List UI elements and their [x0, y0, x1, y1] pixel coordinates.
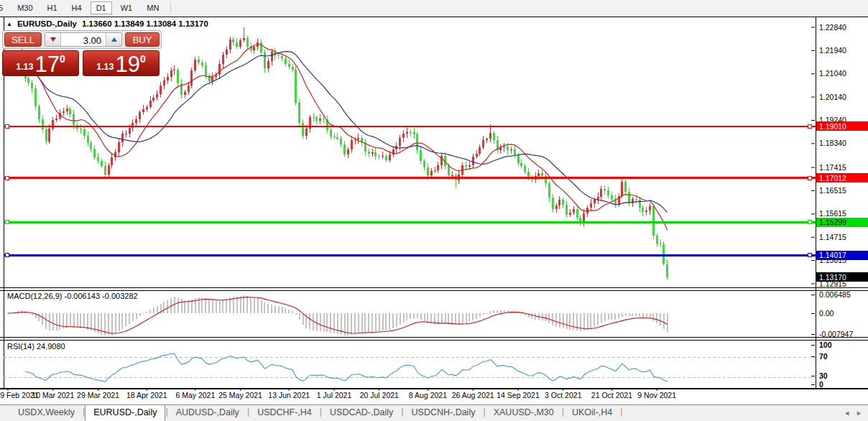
- date-label: 14 Sep 2021: [497, 391, 540, 399]
- hline-handle[interactable]: [808, 124, 811, 128]
- macd-histogram-bar: [635, 313, 637, 316]
- candle-body: [423, 161, 425, 167]
- candle-wick: [337, 133, 338, 140]
- candle-body: [190, 70, 193, 85]
- tab-eurusd-daily[interactable]: EURUSD-,Daily: [85, 405, 165, 421]
- tab-usdcad-daily[interactable]: USDCAD-,Daily: [322, 405, 401, 421]
- candle-body: [125, 134, 127, 134]
- macd-histogram-bar: [153, 307, 154, 313]
- candle-body: [152, 98, 154, 101]
- candle-wick: [435, 167, 435, 173]
- hline-handle[interactable]: [808, 221, 811, 224]
- candle-body: [292, 67, 294, 70]
- hline-handle[interactable]: [5, 221, 9, 224]
- candle-body: [194, 60, 196, 70]
- candle-body: [524, 166, 526, 172]
- candle-body: [465, 165, 467, 167]
- macd-histogram-bar: [149, 310, 151, 313]
- date-label: 10 Mar 2021: [32, 391, 74, 399]
- sell-button[interactable]: SELL: [4, 32, 42, 47]
- chart-tabs-bar: USDX,Weekly|EURUSD-,Daily|AUDUSD-,Daily|…: [0, 404, 868, 421]
- buy-price-panel[interactable]: 1.13 19 0: [83, 50, 160, 76]
- price-tick-label: 1.14715: [819, 233, 846, 241]
- macd-histogram-bar: [59, 313, 60, 330]
- candle-body: [336, 137, 338, 139]
- price-tick-label: 1.17415: [819, 163, 846, 172]
- macd-histogram-bar: [642, 313, 644, 318]
- candle-body: [569, 213, 571, 215]
- date-label: 20 Jul 2021: [360, 391, 399, 399]
- macd-histogram-bar: [406, 313, 407, 320]
- hline-price-tag-label: 1.14017: [819, 251, 846, 259]
- macd-histogram-bar: [87, 313, 88, 330]
- macd-histogram-bar: [174, 297, 175, 313]
- timeframe-button-m30[interactable]: M30: [11, 1, 38, 14]
- candle-body: [87, 136, 89, 144]
- macd-histogram-bar: [56, 313, 57, 330]
- tab-scroll-right-icon[interactable]: ►: [856, 410, 862, 417]
- macd-histogram-bar: [240, 296, 241, 313]
- price-tick-label: 1.15615: [819, 209, 846, 218]
- volume-decrease-button[interactable]: [45, 33, 61, 46]
- date-label: 18 Apr 2021: [126, 391, 167, 399]
- hline-handle[interactable]: [5, 124, 9, 128]
- macd-histogram-bar: [222, 300, 223, 313]
- macd-histogram-bar: [663, 313, 665, 329]
- ask-prefix: 1.13: [96, 62, 114, 72]
- timeframe-button-h4[interactable]: H4: [66, 1, 88, 14]
- candle-body: [142, 109, 144, 112]
- macd-histogram-bar: [142, 313, 144, 314]
- timeframe-button-h1[interactable]: H1: [42, 1, 63, 14]
- macd-histogram-bar: [125, 313, 126, 326]
- macd-histogram-bar: [163, 302, 165, 313]
- hline-handle[interactable]: [5, 176, 9, 180]
- timeframe-button-5[interactable]: 5: [0, 1, 9, 14]
- tab-usdx-weekly[interactable]: USDX,Weekly: [10, 405, 83, 421]
- buy-button[interactable]: BUY: [125, 32, 160, 47]
- volume-input[interactable]: 3.00: [61, 33, 106, 46]
- candle-body: [430, 171, 433, 175]
- candle-wick: [56, 115, 57, 122]
- macd-histogram-bar: [455, 313, 456, 325]
- timeframe-button-w1[interactable]: W1: [115, 1, 139, 14]
- hline-handle[interactable]: [808, 254, 811, 257]
- bid-point: 0: [60, 53, 65, 65]
- hline-handle[interactable]: [808, 176, 811, 180]
- candle-body: [66, 108, 68, 111]
- timeframe-button-d1[interactable]: D1: [91, 1, 112, 14]
- volume-increase-button[interactable]: [106, 33, 121, 46]
- tab-usdchf-h4[interactable]: USDCHF-,H4: [249, 405, 320, 421]
- tab-scroll-left-icon[interactable]: ◄: [844, 410, 850, 417]
- date-label: 13 Jun 2021: [268, 391, 310, 399]
- macd-histogram-bar: [216, 301, 217, 313]
- tab-usdcnh-daily[interactable]: USDCNH-,Daily: [404, 405, 484, 421]
- macd-histogram-bar: [375, 313, 377, 331]
- macd-histogram-bar: [264, 302, 265, 313]
- bid-pips: 17: [35, 55, 60, 75]
- macd-histogram-bar: [309, 313, 310, 329]
- ask-point: 0: [140, 53, 146, 65]
- date-label: 1 Jul 2021: [317, 391, 352, 399]
- macd-histogram-bar: [531, 313, 532, 319]
- sell-price-panel[interactable]: 1.13 17 0: [2, 50, 79, 76]
- tab-ukoil-h4[interactable]: UKOil-,H4: [564, 405, 620, 421]
- collapse-chart-icon[interactable]: ▲: [6, 21, 12, 27]
- macd-histogram-bar: [45, 313, 47, 329]
- candle-body: [357, 138, 359, 139]
- hline-handle[interactable]: [5, 254, 9, 257]
- macd-histogram-bar: [476, 313, 477, 319]
- candle-body: [340, 139, 342, 145]
- candle-wick: [511, 147, 512, 154]
- macd-histogram-bar: [483, 313, 484, 315]
- macd-histogram-bar: [364, 313, 366, 332]
- macd-histogram-bar: [320, 313, 321, 331]
- tab-xauusd-m30[interactable]: XAUUSD-,M30: [486, 405, 562, 421]
- macd-histogram-bar: [288, 310, 290, 313]
- tab-audusd-daily[interactable]: AUDUSD-,Daily: [168, 405, 247, 421]
- macd-histogram-bar: [212, 300, 213, 313]
- candle-body: [121, 134, 124, 142]
- tab-scroll-arrows: ◄►: [844, 405, 868, 421]
- timeframe-button-mn[interactable]: MN: [141, 1, 165, 14]
- candle-body: [448, 166, 450, 176]
- date-label: 9 Nov 2021: [637, 391, 676, 399]
